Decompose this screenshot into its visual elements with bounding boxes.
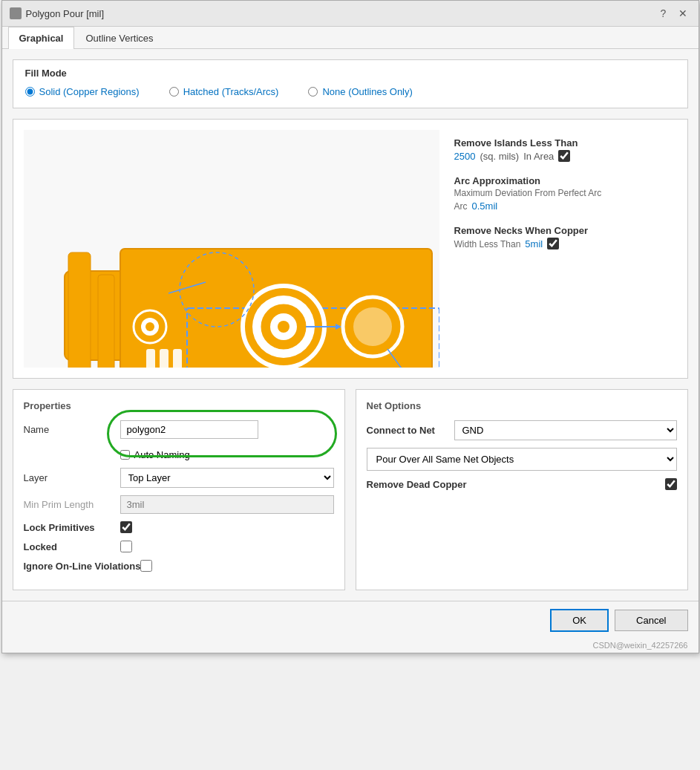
- remove-necks-row: Width Less Than 5mil: [454, 238, 677, 249]
- lock-primitives-row: Lock Primitives: [24, 521, 334, 533]
- locked-row: Locked: [24, 541, 334, 552]
- fill-mode-title: Fill Mode: [25, 68, 676, 79]
- annotation-arc-approx: Arc Approximation Maximum Deviation From…: [454, 175, 677, 212]
- min-prim-label: Min Prim Length: [24, 499, 120, 510]
- title-bar-left: Polygon Pour [mil]: [10, 7, 105, 19]
- connect-to-net-label: Connect to Net: [367, 425, 448, 436]
- layer-row: Layer Top Layer Bottom Layer Mid-Layer 1: [24, 468, 334, 488]
- remove-dead-copper-checkbox[interactable]: [665, 478, 677, 490]
- remove-necks-value: 5mil: [525, 238, 543, 249]
- watermark: CSDN@weixin_42257266: [2, 639, 699, 653]
- app-icon: [10, 7, 22, 19]
- svg-rect-10: [160, 349, 169, 368]
- properties-title: Properties: [24, 400, 334, 411]
- remove-islands-checkbox[interactable]: [558, 150, 570, 162]
- locked-label: Locked: [24, 541, 120, 552]
- svg-point-26: [145, 322, 154, 331]
- footer: OK Cancel: [2, 601, 699, 639]
- radio-none-label: None (Outlines Only): [322, 86, 412, 97]
- radio-solid-input[interactable]: [25, 87, 35, 97]
- layer-select[interactable]: Top Layer Bottom Layer Mid-Layer 1: [120, 468, 334, 488]
- annotation-remove-necks: Remove Necks When Copper Width Less Than…: [454, 225, 677, 249]
- name-input[interactable]: [120, 420, 258, 439]
- tab-outline-vertices[interactable]: Outline Vertices: [74, 27, 164, 49]
- arc-approx-prefix: Arc: [454, 201, 468, 212]
- pcb-diagram: [24, 130, 439, 368]
- radio-none[interactable]: None (Outlines Only): [308, 86, 412, 97]
- svg-rect-9: [146, 349, 155, 368]
- bottom-columns: Properties Name Auto Naming Layer: [13, 389, 688, 590]
- auto-naming-label: Auto Naming: [134, 449, 190, 460]
- remove-dead-copper-row: Remove Dead Copper: [367, 478, 677, 490]
- arc-approx-sub: Maximum Deviation From Perfect Arc: [454, 188, 677, 198]
- remove-islands-suffix: In Area: [523, 151, 554, 162]
- window-title: Polygon Pour [mil]: [26, 8, 105, 19]
- name-input-wrapper: [120, 420, 334, 439]
- properties-section: Properties Name Auto Naming Layer: [13, 389, 345, 590]
- ignore-violations-row: Ignore On-Line Violations: [24, 560, 334, 572]
- net-options-section: Net Options Connect to Net GND VCC NONE …: [356, 389, 688, 590]
- svg-rect-5: [98, 275, 114, 368]
- diagram-annotations: Remove Islands Less Than 2500 (sq. mils)…: [454, 130, 677, 368]
- remove-islands-unit: (sq. mils): [480, 151, 519, 162]
- net-options-title: Net Options: [367, 400, 677, 411]
- remove-necks-label: Remove Necks When Copper: [454, 225, 677, 236]
- radio-solid-label: Solid (Copper Regions): [39, 86, 140, 97]
- ok-button[interactable]: OK: [550, 609, 609, 632]
- title-bar-buttons: ? ✕: [655, 5, 691, 22]
- remove-necks-checkbox[interactable]: [547, 238, 559, 249]
- title-bar: Polygon Pour [mil] ? ✕: [2, 1, 699, 27]
- svg-point-35: [353, 307, 392, 346]
- connect-to-net-row: Connect to Net GND VCC NONE: [367, 420, 677, 440]
- diagram-section: Remove Islands Less Than 2500 (sq. mils)…: [13, 119, 688, 379]
- net-select[interactable]: GND VCC NONE: [454, 420, 677, 440]
- layer-label: Layer: [24, 472, 120, 483]
- radio-hatched-label: Hatched (Tracks/Arcs): [183, 86, 279, 97]
- auto-naming-row: Auto Naming: [120, 449, 334, 460]
- arc-approx-value: 0.5mil: [472, 200, 498, 212]
- svg-rect-11: [173, 349, 182, 368]
- arc-approx-label: Arc Approximation: [454, 175, 677, 186]
- radio-hatched[interactable]: Hatched (Tracks/Arcs): [169, 86, 279, 97]
- auto-naming-checkbox[interactable]: [120, 450, 130, 460]
- radio-hatched-input[interactable]: [169, 87, 179, 97]
- main-content: Fill Mode Solid (Copper Regions) Hatched…: [2, 49, 699, 601]
- remove-dead-copper-label: Remove Dead Copper: [367, 479, 659, 490]
- min-prim-row: Min Prim Length: [24, 495, 334, 514]
- pour-over-select[interactable]: Pour Over All Same Net Objects Pour Over…: [367, 448, 677, 471]
- pcb-svg: [24, 130, 439, 368]
- cancel-button[interactable]: Cancel: [615, 610, 687, 631]
- min-prim-input[interactable]: [120, 495, 334, 514]
- locked-checkbox[interactable]: [120, 541, 132, 552]
- close-button[interactable]: ✕: [675, 5, 691, 22]
- remove-islands-row: 2500 (sq. mils) In Area: [454, 150, 677, 162]
- ignore-violations-label: Ignore On-Line Violations: [24, 561, 141, 572]
- lock-primitives-checkbox[interactable]: [120, 521, 132, 533]
- ignore-violations-checkbox[interactable]: [140, 560, 152, 572]
- svg-point-31: [278, 321, 290, 333]
- svg-rect-4: [68, 252, 91, 368]
- tab-bar: Graphical Outline Vertices: [2, 27, 699, 49]
- tab-graphical[interactable]: Graphical: [8, 27, 75, 49]
- arc-approx-row: Arc 0.5mil: [454, 200, 677, 212]
- main-window: Polygon Pour [mil] ? ✕ Graphical Outline…: [1, 0, 699, 653]
- help-button[interactable]: ?: [655, 5, 672, 22]
- name-label: Name: [24, 424, 120, 435]
- pour-over-row: Pour Over All Same Net Objects Pour Over…: [367, 448, 677, 471]
- name-row: Name: [24, 420, 334, 439]
- remove-necks-sublabel: Width Less Than: [454, 239, 521, 249]
- remove-islands-value: 2500: [454, 151, 476, 162]
- annotation-remove-islands: Remove Islands Less Than 2500 (sq. mils)…: [454, 137, 677, 162]
- fill-mode-section: Fill Mode Solid (Copper Regions) Hatched…: [13, 59, 688, 108]
- radio-none-input[interactable]: [308, 87, 318, 97]
- remove-islands-label: Remove Islands Less Than: [454, 137, 677, 149]
- fill-mode-options: Solid (Copper Regions) Hatched (Tracks/A…: [25, 86, 676, 97]
- radio-solid[interactable]: Solid (Copper Regions): [25, 86, 140, 97]
- lock-primitives-label: Lock Primitives: [24, 522, 120, 533]
